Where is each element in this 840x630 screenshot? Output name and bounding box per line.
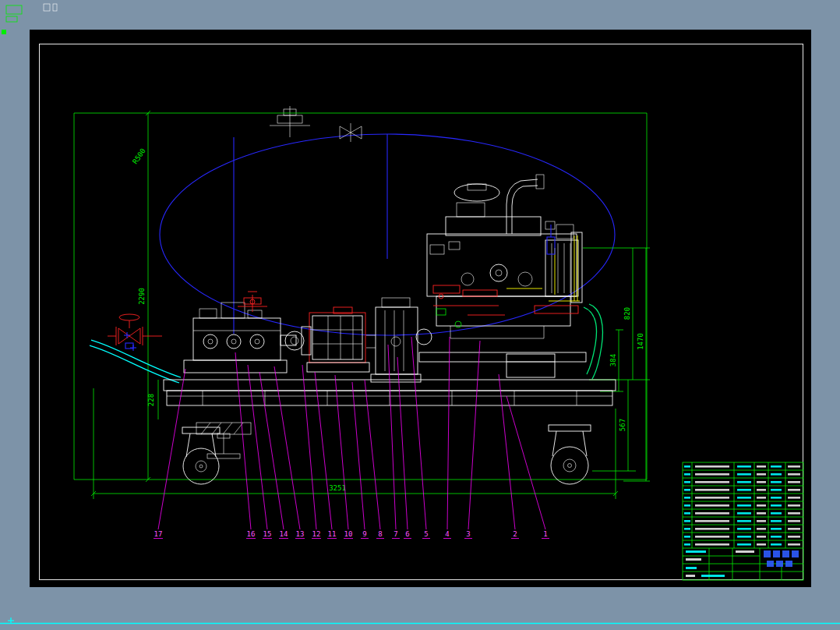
dim-b: 567: [619, 419, 626, 431]
application-window: 2290 228 3251 384 820 1470 567 R500: [0, 0, 840, 630]
dim-right-overall: 1470: [637, 333, 644, 350]
dim-a: 384: [609, 354, 617, 366]
dim-overall-height: 2290: [138, 288, 146, 305]
balloon-1: 1: [543, 530, 547, 538]
dim-base-height: 228: [147, 394, 155, 406]
balloon-2: 2: [513, 530, 517, 538]
balloon-5: 5: [424, 530, 428, 538]
balloon-9: 9: [362, 530, 366, 538]
balloon-3: 3: [466, 530, 470, 538]
balloon-8: 8: [378, 530, 382, 538]
balloon-15: 15: [263, 530, 272, 538]
balloon-12: 12: [312, 530, 321, 538]
balloon-17: 17: [154, 530, 163, 538]
balloon-13: 13: [296, 530, 305, 538]
balloon-11: 11: [328, 530, 337, 538]
balloon-10: 10: [344, 530, 353, 538]
balloon-7: 7: [394, 530, 397, 538]
balloon-4: 4: [445, 530, 449, 538]
dim-overall-length: 3251: [329, 484, 346, 492]
balloon-6: 6: [405, 530, 409, 538]
balloon-16: 16: [247, 530, 256, 538]
drawing-canvas[interactable]: 2290 228 3251 384 820 1470 567 R500: [0, 0, 840, 630]
dim-engine-height: 820: [623, 307, 631, 320]
balloon-14: 14: [280, 530, 288, 538]
